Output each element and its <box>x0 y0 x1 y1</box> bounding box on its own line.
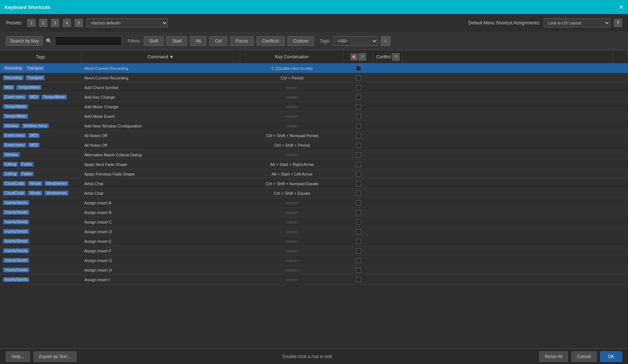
table-row[interactable]: EditingFadesApply Previous Fade ShapeAlt… <box>0 169 628 179</box>
table-row[interactable]: WindowWindow menuAdd New Window Configur… <box>0 121 628 131</box>
cancel-button[interactable]: Cancel <box>571 351 596 362</box>
preset-3-button[interactable]: 3 <box>51 19 59 27</box>
table-row[interactable]: Inserts/SendsAssign Insert G<none> <box>0 256 628 265</box>
preset-4-button[interactable]: 4 <box>63 19 71 27</box>
tags-dropdown[interactable]: <All> <box>333 36 378 46</box>
table-row[interactable]: Tempo/MeterAdd Meter Event<none> <box>0 112 628 121</box>
focus-cell[interactable] <box>344 217 373 227</box>
focus-checkbox[interactable] <box>356 66 361 71</box>
focus-checkbox[interactable] <box>356 75 361 81</box>
focus-cell[interactable] <box>344 64 373 73</box>
focus-cell[interactable] <box>344 275 373 284</box>
focus-cell[interactable] <box>344 237 373 246</box>
focus-checkbox[interactable] <box>356 171 361 177</box>
focus-cell[interactable] <box>344 92 373 102</box>
focus-checkbox[interactable] <box>356 277 361 282</box>
preset-1-button[interactable]: 1 <box>27 19 35 27</box>
command-column-header[interactable]: Command ▼ <box>81 50 240 63</box>
start-filter-button[interactable]: Start <box>167 36 187 46</box>
focus-checkbox[interactable] <box>356 143 361 148</box>
focus-cell[interactable] <box>344 121 373 130</box>
focus-cell[interactable] <box>344 150 373 159</box>
focus-cell[interactable] <box>344 188 373 198</box>
focus-cell[interactable] <box>344 140 373 150</box>
focus-checkbox[interactable] <box>356 152 361 157</box>
search-by-key-button[interactable]: Search by Key <box>6 36 43 46</box>
focus-checkbox[interactable] <box>356 162 361 167</box>
focus-checkbox[interactable] <box>356 210 361 215</box>
table-row[interactable]: Inserts/SendsAssign Insert E<none> <box>0 237 628 246</box>
preset-2-button[interactable]: 2 <box>39 19 47 27</box>
table-row[interactable]: Tempo/MeterAdd Meter Change<none> <box>0 102 628 112</box>
table-row[interactable]: CloudColabWindwWindowmenArtist ChatCtrl … <box>0 179 628 188</box>
focus-cell[interactable] <box>344 83 373 92</box>
table-row[interactable]: Event menuMIDIAll Notes OffCtrl + Shift … <box>0 140 628 150</box>
table-row[interactable]: Inserts/SendsAssign Insert I<none> <box>0 275 628 285</box>
table-row[interactable]: Event menuMIDIAll Notes OffCtrl + Shift … <box>0 131 628 140</box>
table-row[interactable]: Inserts/SendsAssign Insert F<none> <box>0 246 628 256</box>
focus-checkbox[interactable] <box>356 123 361 129</box>
table-row[interactable]: Inserts/SendsAssign Insert C<none> <box>0 217 628 227</box>
focus-cell[interactable] <box>344 208 373 217</box>
focus-cell[interactable] <box>344 198 373 207</box>
table-row[interactable]: WindowAlternates Match Criteria Dialog<n… <box>0 150 628 160</box>
focus-checkbox[interactable] <box>356 104 361 109</box>
focus-cell[interactable] <box>344 102 373 111</box>
help-icon[interactable]: ? <box>614 19 622 27</box>
tag-badge: MIDI <box>28 95 40 99</box>
table-row[interactable]: CloudColabWindwWindowmenArtist ChatCtrl … <box>0 188 628 198</box>
focus-cell[interactable] <box>344 73 373 82</box>
focus-checkbox[interactable] <box>356 95 361 100</box>
focus-filter-button[interactable]: Focus <box>230 36 254 46</box>
add-tag-button[interactable]: + <box>381 36 390 46</box>
focus-checkbox[interactable] <box>356 248 361 254</box>
focus-cell[interactable] <box>344 112 373 121</box>
focus-cell[interactable] <box>344 169 373 178</box>
table-row[interactable]: RecordingTransportAbort Current Recordin… <box>0 64 628 73</box>
focus-cell[interactable] <box>344 246 373 255</box>
focus-cell[interactable] <box>344 160 373 169</box>
focus-cell[interactable] <box>344 179 373 188</box>
ok-button[interactable]: OK <box>600 351 622 362</box>
focus-checkbox[interactable] <box>356 181 361 186</box>
focus-checkbox[interactable] <box>356 258 361 263</box>
conflicts-filter-button[interactable]: Conflicts <box>257 36 285 46</box>
lock-to-us-layout-dropdown[interactable]: Lock to US Layout <box>544 18 610 27</box>
ctrl-filter-button[interactable]: Ctrl <box>209 36 227 46</box>
focus-checkbox[interactable] <box>356 114 361 119</box>
focus-checkbox[interactable] <box>356 229 361 234</box>
focus-checkbox[interactable] <box>356 133 361 138</box>
focus-checkbox[interactable] <box>356 191 361 196</box>
focus-cell[interactable] <box>344 227 373 236</box>
export-as-text-button[interactable]: Export as Text... <box>34 351 77 362</box>
table-row[interactable]: Inserts/SendsAssign Insert H<none> <box>0 265 628 275</box>
focus-help-button[interactable]: ? <box>359 53 366 61</box>
table-row[interactable]: MIDITempo/MeterAdd Chord Symbol<none> <box>0 83 628 92</box>
table-row[interactable]: Event menuMIDITempo/MeterAdd Key Change<… <box>0 92 628 102</box>
shift-filter-button[interactable]: Shift <box>144 36 164 46</box>
close-button[interactable]: ✕ <box>619 4 624 11</box>
custom-filter-button[interactable]: Custom <box>288 36 314 46</box>
table-row[interactable]: EditingFadesApply Next Fade ShapeAlt + S… <box>0 160 628 169</box>
table-row[interactable]: RecordingTransportAbort Current Recordin… <box>0 73 628 83</box>
reset-all-button[interactable]: Reset All <box>539 351 568 362</box>
focus-cell[interactable] <box>344 265 373 275</box>
focus-checkbox[interactable] <box>356 85 361 90</box>
conflict-help-button[interactable]: ? <box>392 53 400 61</box>
tag-badge: Tempo/Meter <box>3 114 28 119</box>
alt-filter-button[interactable]: Alt <box>190 36 206 46</box>
focus-cell[interactable] <box>344 256 373 265</box>
preset-dropdown[interactable]: <factory default> <box>86 18 168 27</box>
table-row[interactable]: Inserts/SendsAssign Insert A<none> <box>0 198 628 208</box>
search-input[interactable] <box>55 36 122 46</box>
focus-checkbox[interactable] <box>356 200 361 205</box>
focus-checkbox[interactable] <box>356 239 361 244</box>
focus-checkbox[interactable] <box>356 220 361 225</box>
focus-checkbox[interactable] <box>356 268 361 273</box>
focus-cell[interactable] <box>344 131 373 140</box>
help-button[interactable]: Help... <box>6 351 30 362</box>
table-row[interactable]: Inserts/SendsAssign Insert D<none> <box>0 227 628 237</box>
tag-badge: Editing <box>3 171 18 176</box>
table-row[interactable]: Inserts/SendsAssign Insert B<none> <box>0 208 628 217</box>
preset-5-button[interactable]: 5 <box>75 19 83 27</box>
